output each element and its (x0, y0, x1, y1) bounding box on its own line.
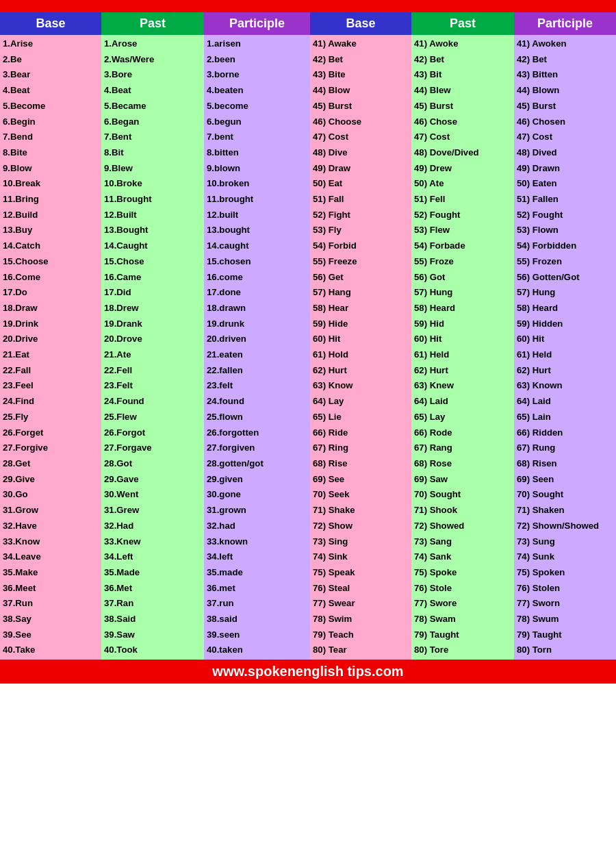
list-item: 66) Ridden (517, 425, 613, 441)
list-item: 42) Bet (414, 52, 511, 68)
list-item: 40.Take (3, 642, 99, 658)
list-item: 30.Go (3, 487, 99, 503)
list-item: 16.come (207, 270, 307, 286)
list-item: 35.Made (104, 565, 201, 581)
list-item: 48) Dive (313, 145, 409, 161)
list-item: 60) Hit (313, 332, 409, 347)
list-item: 36.met (207, 581, 307, 597)
list-item: 21.Ate (104, 347, 201, 363)
list-item: 73) Sang (414, 534, 511, 550)
list-item: 18.Draw (3, 301, 99, 316)
list-item: 44) Blown (517, 83, 613, 99)
list-item: 25.flown (207, 410, 307, 425)
list-item: 69) Seen (517, 472, 613, 488)
list-item: 77) Sworn (517, 596, 613, 612)
list-item: 3.Bear (3, 67, 99, 83)
list-item: 23.felt (207, 378, 307, 394)
list-item: 74) Sink (313, 549, 409, 565)
list-item: 14.caught (207, 238, 307, 254)
list-item: 74) Sank (414, 549, 511, 565)
list-item: 46) Chosen (517, 114, 613, 130)
list-item: 33.Know (3, 534, 99, 550)
list-item: 27.Forgive (3, 440, 99, 456)
list-item: 6.Began (104, 114, 201, 130)
list-item: 78) Swam (414, 612, 511, 627)
list-item: 68) Rise (313, 456, 409, 472)
list-item: 72) Showed (414, 518, 511, 534)
list-item: 25.Fly (3, 410, 99, 425)
list-item: 18.Drew (104, 301, 201, 316)
list-item: 77) Swore (414, 596, 511, 612)
list-item: 28.Got (104, 456, 201, 472)
list-item: 31.grown (207, 503, 307, 518)
list-item: 65) Lie (313, 410, 409, 425)
list-item: 75) Spoken (517, 565, 613, 581)
list-item: 59) Hidden (517, 316, 613, 332)
list-item: 27.Forgave (104, 440, 201, 456)
list-item: 43) Bitten (517, 67, 613, 83)
list-item: 80) Tear (313, 642, 409, 658)
list-item: 49) Draw (313, 161, 409, 177)
list-item: 49) Drew (414, 161, 511, 177)
column-base-right: 41) Awake42) Bet43) Bite44) Blow45) Burs… (310, 35, 411, 660)
list-item: 1.Arise (3, 36, 99, 52)
footer-url: www.spokenenglish tips.com (212, 664, 403, 679)
list-item: 27.forgiven (207, 440, 307, 456)
list-item: 56) Gotten/Got (517, 270, 613, 286)
list-item: 22.fallen (207, 363, 307, 379)
list-item: 20.Drive (3, 332, 99, 347)
list-item: 78) Swim (313, 612, 409, 627)
list-item: 57) Hung (517, 285, 613, 301)
list-item: 57) Hang (313, 285, 409, 301)
list-item: 6.begun (207, 114, 307, 130)
list-item: 11.brought (207, 192, 307, 208)
list-item: 63) Known (517, 378, 613, 394)
list-item: 55) Frozen (517, 254, 613, 270)
list-item: 67) Ring (313, 440, 409, 456)
list-item: 58) Hear (313, 301, 409, 316)
list-item: 61) Held (517, 347, 613, 363)
list-item: 56) Got (414, 270, 511, 286)
list-item: 63) Know (313, 378, 409, 394)
list-item: 7.Bend (3, 129, 99, 145)
list-item: 47) Cost (313, 129, 409, 145)
col-header-part2: Participle (514, 12, 616, 35)
list-item: 35.Make (3, 565, 99, 581)
footer: www.spokenenglish tips.com (0, 660, 616, 684)
list-item: 15.Chose (104, 254, 201, 270)
list-item: 32.had (207, 518, 307, 534)
column-past-left: 1.Arose2.Was/Were3.Bore4.Beat5.Became6.B… (101, 35, 204, 660)
list-item: 2.Was/Were (104, 52, 201, 68)
list-item: 68) Rose (414, 456, 511, 472)
list-item: 61) Held (414, 347, 511, 363)
list-item: 7.bent (207, 129, 307, 145)
list-item: 40.Took (104, 642, 201, 658)
list-item: 5.Become (3, 99, 99, 114)
list-item: 42) Bet (517, 52, 613, 68)
list-item: 75) Spoke (414, 565, 511, 581)
list-item: 22.Fall (3, 363, 99, 379)
list-item: 41) Awoken (517, 36, 613, 52)
list-item: 55) Freeze (313, 254, 409, 270)
list-item: 7.Bent (104, 129, 201, 145)
list-item: 49) Drawn (517, 161, 613, 177)
list-item: 38.said (207, 612, 307, 627)
list-item: 59) Hide (313, 316, 409, 332)
list-item: 39.Saw (104, 627, 201, 643)
list-item: 56) Get (313, 270, 409, 286)
list-item: 37.Ran (104, 596, 201, 612)
list-item: 46) Chose (414, 114, 511, 130)
list-item: 41) Awoke (414, 36, 511, 52)
list-item: 62) Hurt (517, 363, 613, 379)
column-participle-left: 1.arisen2.been3.borne4.beaten5.become6.b… (204, 35, 310, 660)
list-item: 72) Shown/Showed (517, 518, 613, 534)
list-item: 50) Ate (414, 176, 511, 192)
list-item: 37.Run (3, 596, 99, 612)
list-item: 4.Beat (104, 83, 201, 99)
verb-table: 1.Arise2.Be3.Bear4.Beat5.Become6.Begin7.… (0, 35, 616, 660)
list-item: 80) Torn (517, 642, 613, 658)
list-item: 53) Flown (517, 223, 613, 238)
list-item: 76) Steal (313, 581, 409, 597)
list-item: 48) Dived (517, 145, 613, 161)
list-item: 16.Came (104, 270, 201, 286)
